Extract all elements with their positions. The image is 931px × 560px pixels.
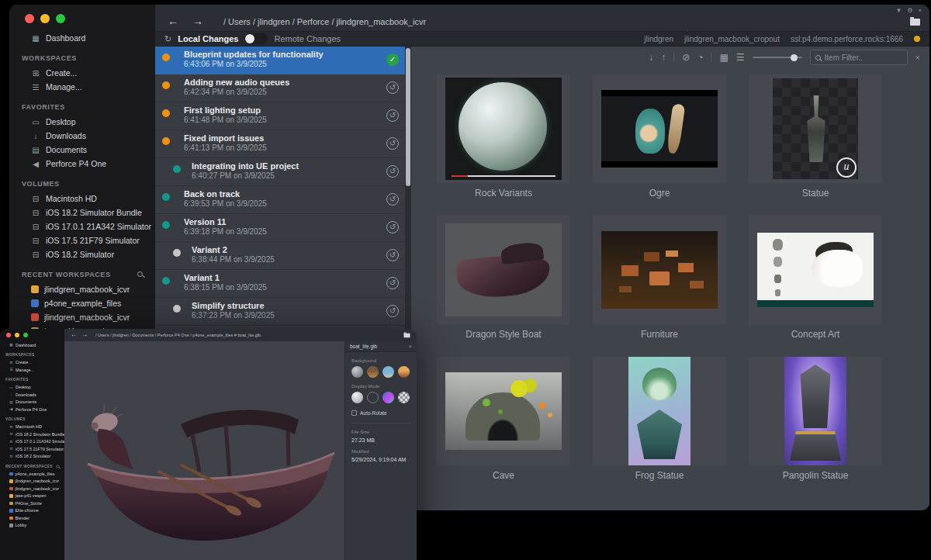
background-swatch-neutral[interactable] <box>351 366 363 378</box>
timeline-entry[interactable]: Adding new audio queues 6:42:34 PM on 3/… <box>155 74 405 102</box>
folder-icon[interactable] <box>403 334 410 338</box>
zoom-button[interactable] <box>23 333 28 337</box>
sidebar-item[interactable]: ⊟ Macintosh HD <box>0 423 64 431</box>
pin-icon[interactable]: ⌖ <box>918 7 922 15</box>
minimize-button[interactable] <box>40 14 50 23</box>
asset-tile[interactable] <box>749 357 882 465</box>
sidebar-item[interactable]: ▦ Dashboard <box>0 341 64 349</box>
sidebar-item[interactable]: ↓ Downloads <box>9 129 155 143</box>
sidebar-item[interactable]: VOLUMES <box>9 176 155 192</box>
submit-icon[interactable]: ↑ <box>661 53 666 62</box>
display-mode-shaded[interactable] <box>351 392 363 403</box>
recent-workspace-item[interactable]: jlindgren_macbook_icvr <box>0 478 64 486</box>
recent-workspace-item[interactable]: Lobby <box>0 522 64 530</box>
close-button[interactable] <box>6 333 11 337</box>
recent-workspace-item[interactable]: jlindgren_macbook_icvr <box>9 310 155 324</box>
timeline-entry[interactable]: First lighting setup 6:41:48 PM on 3/9/2… <box>155 102 405 130</box>
breadcrumb[interactable]: / Users / jlindgren / Documents / Perfor… <box>95 333 261 337</box>
recent-workspace-item[interactable]: p4one_example_files <box>0 470 64 478</box>
thumbnail-size-slider[interactable] <box>753 57 802 58</box>
auto-rotate-checkbox[interactable] <box>351 410 357 416</box>
sidebar-item[interactable]: ▭ Desktop <box>0 384 64 392</box>
sidebar-item[interactable]: ▤ Documents <box>0 399 64 406</box>
check-icon[interactable]: ✓ <box>386 54 399 66</box>
hide-icon[interactable]: ⊘ <box>682 53 690 62</box>
sidebar-item[interactable]: ⊟ iOS 18.2 Simulator Bundle <box>9 206 155 220</box>
display-mode-uv[interactable] <box>398 392 410 403</box>
forward-button[interactable]: → <box>81 332 88 338</box>
asset-card[interactable]: Statue <box>749 74 882 199</box>
forward-button[interactable]: → <box>192 16 203 26</box>
scrollbar-thumb[interactable] <box>406 48 410 186</box>
sidebar-item[interactable]: ⊟ iOS 17.0.1 21A342 Simulator <box>9 220 155 233</box>
settings-icon[interactable]: ⚙ <box>907 7 912 15</box>
recent-workspace-item[interactable]: jlindgren_macbook_icvr <box>9 282 155 296</box>
timeline-entry[interactable]: Blueprint updates for functionality 6:43… <box>155 47 405 74</box>
sidebar-item[interactable]: ☰ Manage... <box>9 80 155 94</box>
search-icon[interactable] <box>57 465 60 468</box>
file-tab[interactable]: boat_lite.glb × <box>345 341 417 352</box>
filter-icon[interactable]: ▼ <box>895 7 902 15</box>
recent-workspace-item[interactable]: Elite-chrome <box>0 507 64 515</box>
timeline-entry[interactable]: Version 11 6:39:18 PM on 3/9/2025 ↺ <box>155 214 405 242</box>
history-icon[interactable]: ↺ <box>386 165 399 178</box>
close-button[interactable] <box>25 14 34 23</box>
timeline-entry[interactable]: Variant 2 6:38:44 PM on 3/9/2025 ↺ <box>155 242 405 270</box>
asset-card[interactable]: Rock Variants <box>437 74 570 199</box>
history-icon[interactable]: ↺ <box>386 277 399 289</box>
asset-tile[interactable] <box>749 216 882 324</box>
history-icon[interactable]: ↺ <box>386 81 399 94</box>
viewer-canvas[interactable] <box>64 341 344 560</box>
sidebar-item[interactable]: ⊞ Create... <box>9 66 155 80</box>
sidebar-item[interactable]: WORKSPACES <box>0 351 64 359</box>
back-button[interactable]: ← <box>168 16 178 26</box>
sidebar-item[interactable]: ◀ Perforce P4 One <box>0 406 64 413</box>
background-swatch-sunset[interactable] <box>398 366 410 378</box>
asset-tile[interactable] <box>437 357 570 465</box>
sidebar-item[interactable]: FAVORITES <box>9 99 155 115</box>
recent-workspace-item[interactable]: jase-p41-vesperi <box>0 493 64 500</box>
zoom-button[interactable] <box>56 14 65 23</box>
asset-tile[interactable] <box>593 74 726 183</box>
sidebar-item[interactable]: ☰ Manage... <box>0 366 64 374</box>
timeline-entry[interactable]: Fixed import issues 6:41:13 PM on 3/9/20… <box>155 130 405 158</box>
folder-icon[interactable] <box>910 19 920 26</box>
item-filter-input[interactable] <box>825 54 902 62</box>
clear-filter-icon[interactable]: × <box>915 53 920 62</box>
asset-card[interactable]: Frog Statue <box>593 357 726 481</box>
timeline-entry[interactable]: Variant 1 6:38:15 PM on 3/9/2025 ↺ <box>155 270 405 298</box>
asset-card[interactable]: Concept Art <box>749 216 882 340</box>
display-mode-normals[interactable] <box>382 392 394 403</box>
back-button[interactable]: ← <box>71 332 77 338</box>
sidebar-item[interactable]: ▦ Dashboard <box>9 31 155 45</box>
timeline-entry[interactable]: Integrating into UE project 6:40:27 PM o… <box>155 158 405 186</box>
asset-card[interactable]: Dragon Style Boat <box>437 216 570 340</box>
minimize-button[interactable] <box>15 333 19 337</box>
sidebar-item[interactable]: ⊟ iOS 18.2 Simulator Bundle <box>0 430 64 438</box>
close-tab-icon[interactable]: × <box>408 343 412 350</box>
recent-workspace-item[interactable]: P4One_Sizzle <box>0 500 64 507</box>
sidebar-item[interactable]: ⊟ iOS 18.2 Simulator <box>9 247 155 261</box>
asset-card[interactable]: Pangolin Statue <box>749 357 882 481</box>
sidebar-item[interactable]: WORKSPACES <box>9 50 155 66</box>
background-swatch-beach[interactable] <box>382 366 394 378</box>
history-icon[interactable]: ↺ <box>386 249 399 261</box>
background-swatch-room[interactable] <box>367 366 379 378</box>
sidebar-item[interactable]: ⊟ Macintosh HD <box>9 192 155 206</box>
sidebar-item[interactable]: ⊟ iOS 17.5 21F79 Simulator <box>0 445 64 453</box>
recent-workspace-item[interactable]: Blender <box>0 514 64 522</box>
sidebar-item[interactable]: ▭ Desktop <box>9 115 155 129</box>
asset-card[interactable]: Furniture <box>593 216 726 340</box>
sidebar-item[interactable]: ⊞ Create... <box>0 359 64 367</box>
sidebar-item[interactable]: ▤ Documents <box>9 143 155 157</box>
sidebar-item[interactable]: ◀ Perforce P4 One <box>9 157 155 171</box>
asset-tile[interactable] <box>437 74 570 183</box>
search-icon[interactable] <box>137 271 143 277</box>
asset-card[interactable]: Cave <box>437 357 570 481</box>
history-icon[interactable]: ↺ <box>386 137 399 150</box>
sidebar-item[interactable]: FAVORITES <box>0 376 64 384</box>
changes-toggle[interactable] <box>244 33 268 44</box>
refresh-icon[interactable]: ↻ <box>164 34 171 44</box>
sidebar-item[interactable]: ⊟ iOS 17.5 21F79 Simulator <box>9 233 155 247</box>
recent-workspace-item[interactable]: p4one_example_files <box>9 296 155 310</box>
